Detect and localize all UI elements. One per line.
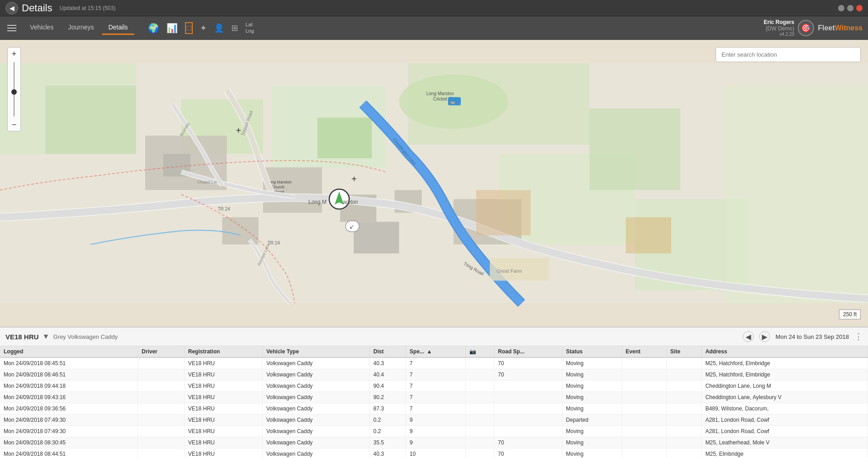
- col-dist: Dist: [370, 346, 406, 357]
- cell-event: [622, 415, 666, 426]
- minimize-button[interactable]: [838, 5, 844, 11]
- svg-text:TR 24: TR 24: [268, 241, 280, 246]
- cell-site: [667, 437, 702, 448]
- app-version: v4.2.20: [764, 32, 794, 37]
- svg-rect-37: [626, 217, 671, 254]
- cell-roadSpeed: [494, 426, 562, 437]
- cell-registration: VE18 HRU: [184, 437, 262, 448]
- cell-event: [622, 426, 666, 437]
- cell-speed: 7: [406, 357, 465, 369]
- window-controls: [838, 5, 863, 11]
- table-row[interactable]: Mon 24/09/2018 09:36:56VE18 HRUVolkswage…: [0, 403, 868, 415]
- col-camera: 📷: [465, 346, 494, 357]
- updated-label: Updated at 15:15 (503): [59, 5, 115, 11]
- table-row[interactable]: Mon 24/09/2018 09:44:18VE18 HRUVolkswage…: [0, 381, 868, 392]
- cell-camera: [465, 403, 494, 415]
- svg-rect-2: [45, 86, 136, 154]
- zoom-in-button[interactable]: +: [8, 48, 20, 60]
- cell-logged: Mon 24/09/2018 09:44:18: [0, 381, 138, 392]
- satellite-icon[interactable]: ✦: [200, 23, 207, 33]
- table-row[interactable]: Mon 24/09/2018 07:49:30VE18 HRUVolkswage…: [0, 426, 868, 437]
- back-button[interactable]: ◀: [5, 2, 18, 14]
- cell-dist: 0.2: [370, 426, 406, 437]
- svg-rect-10: [726, 86, 868, 304]
- svg-rect-36: [476, 190, 531, 236]
- app-name: FleetWitness: [818, 24, 863, 32]
- close-button[interactable]: [856, 5, 863, 11]
- col-registration: Registration: [184, 346, 262, 357]
- prev-period-button[interactable]: ◀: [743, 331, 754, 342]
- tab-vehicles[interactable]: Vehicles: [24, 21, 60, 35]
- search-input[interactable]: [716, 47, 861, 62]
- options-button[interactable]: ⋮: [854, 332, 863, 342]
- col-site: Site: [667, 346, 702, 357]
- col-speed[interactable]: Spe... ▲: [406, 346, 465, 357]
- bottom-panel: VE18 HRU ▼ Grey Volkswagen Caddy ◀ ▶ Mon…: [0, 327, 868, 458]
- cell-vehicleType: Volkswagen Caddy: [263, 381, 370, 392]
- user-name: Eric Rogers: [764, 19, 794, 25]
- cell-logged: Mon 24/09/2018 08:45:51: [0, 357, 138, 369]
- user-info: Eric Rogers (DW Demo) v4.2.20: [764, 19, 794, 37]
- cell-camera: [465, 426, 494, 437]
- cell-address: M25, Hatchford, Elmbridge: [702, 357, 868, 369]
- africa-icon[interactable]: 🌍: [148, 23, 159, 34]
- person-icon[interactable]: 👤: [214, 23, 224, 33]
- cell-logged: Mon 24/09/2018 09:43:16: [0, 392, 138, 403]
- cell-status: Moving: [562, 403, 622, 415]
- cell-registration: VE18 HRU: [184, 448, 262, 458]
- zoom-out-button[interactable]: −: [8, 118, 20, 131]
- zoom-handle[interactable]: [11, 89, 17, 95]
- map-area[interactable]: Long Marston Cricket Club Long Marston V…: [0, 40, 868, 327]
- cell-vehicleType: Volkswagen Caddy: [263, 403, 370, 415]
- cell-event: [622, 381, 666, 392]
- cell-driver: [138, 392, 184, 403]
- table-row[interactable]: Mon 24/09/2018 08:45:51VE18 HRUVolkswage…: [0, 357, 868, 369]
- cell-status: Moving: [562, 448, 622, 458]
- svg-rect-8: [590, 109, 680, 190]
- menu-icon[interactable]: [7, 25, 16, 31]
- vehicle-registration: VE18 HRU: [5, 333, 39, 341]
- cell-logged: Mon 24/09/2018 07:49:30: [0, 415, 138, 426]
- user-section: Eric Rogers (DW Demo) v4.2.20 🎯 FleetWit…: [764, 19, 863, 37]
- table-wrapper: Logged Driver Registration Vehicle Type …: [0, 346, 868, 458]
- svg-rect-5: [317, 118, 372, 159]
- layers-icon[interactable]: ⊞: [231, 23, 238, 33]
- zoom-track: [14, 62, 15, 116]
- square-icon[interactable]: □: [185, 22, 193, 34]
- table-row[interactable]: Mon 24/09/2018 08:46:51VE18 HRUVolkswage…: [0, 369, 868, 381]
- cell-dist: 40.3: [370, 357, 406, 369]
- cell-driver: [138, 437, 184, 448]
- col-event: Event: [622, 346, 666, 357]
- vehicle-dropdown[interactable]: ▼: [42, 333, 49, 341]
- svg-text:TR 24: TR 24: [218, 207, 230, 212]
- table-row[interactable]: Mon 24/09/2018 07:49:30VE18 HRUVolkswage…: [0, 415, 868, 426]
- svg-text:↙: ↙: [349, 223, 355, 230]
- svg-text:Long Marston: Long Marston: [426, 91, 454, 96]
- cell-registration: VE18 HRU: [184, 392, 262, 403]
- nav-icons: 🌍 📊 □ ✦ 👤 ⊞ Lat Lng: [148, 22, 254, 34]
- col-status: Status: [562, 346, 622, 357]
- table-row[interactable]: Mon 24/09/2018 08:44:51VE18 HRUVolkswage…: [0, 448, 868, 458]
- cell-dist: 40.3: [370, 448, 406, 458]
- cell-logged: Mon 24/09/2018 07:49:30: [0, 426, 138, 437]
- cell-speed: 7: [406, 403, 465, 415]
- cell-logged: Mon 24/09/2018 09:36:56: [0, 403, 138, 415]
- table-row[interactable]: Mon 24/09/2018 09:43:16VE18 HRUVolkswage…: [0, 392, 868, 403]
- maximize-button[interactable]: [847, 5, 853, 11]
- cell-event: [622, 437, 666, 448]
- next-period-button[interactable]: ▶: [759, 331, 770, 342]
- cell-status: Moving: [562, 357, 622, 369]
- tab-journeys[interactable]: Journeys: [62, 21, 100, 35]
- cell-status: Departed: [562, 415, 622, 426]
- cell-registration: VE18 HRU: [184, 426, 262, 437]
- cell-driver: [138, 381, 184, 392]
- cell-address: M25, Elmbridge: [702, 448, 868, 458]
- cell-camera: [465, 381, 494, 392]
- chart-icon[interactable]: 📊: [166, 23, 178, 34]
- cell-registration: VE18 HRU: [184, 369, 262, 381]
- table-row[interactable]: Mon 24/09/2018 08:30:45VE18 HRUVolkswage…: [0, 437, 868, 448]
- cell-camera: [465, 448, 494, 458]
- tab-details[interactable]: Details: [102, 21, 134, 35]
- cell-dist: 90.4: [370, 381, 406, 392]
- vehicle-header-left: VE18 HRU ▼ Grey Volkswagen Caddy: [5, 333, 118, 341]
